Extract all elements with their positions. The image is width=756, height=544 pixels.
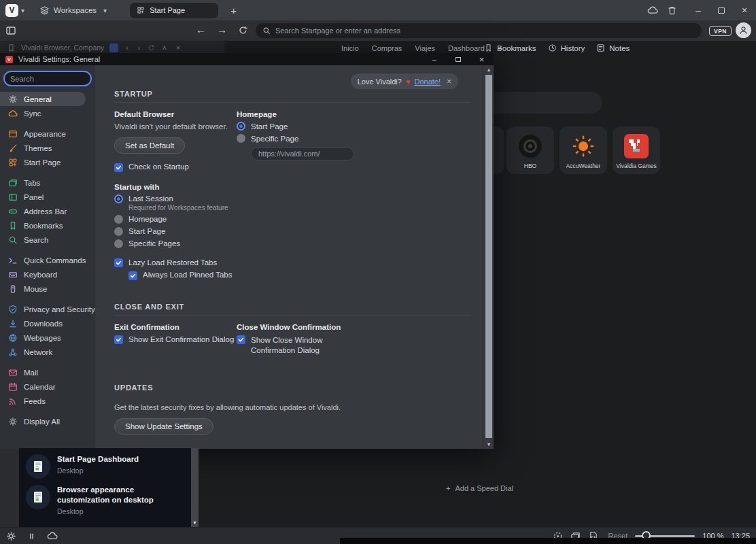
speed-dial-tile-hbo[interactable]: HBO [506, 126, 554, 174]
settings-nav-search[interactable]: Search [0, 233, 95, 247]
close-icon[interactable]: × [447, 77, 451, 86]
settings-nav-bookmarks[interactable]: Bookmarks [0, 218, 95, 233]
settings-minimize-button[interactable]: – [422, 53, 446, 65]
zoom-slider[interactable] [635, 535, 695, 537]
set-as-default-button[interactable]: Set as Default [114, 137, 185, 154]
notes-button[interactable]: Notes [596, 44, 630, 52]
startup-homepage-radio[interactable]: Homepage [114, 215, 470, 224]
show-update-settings-button[interactable]: Show Update Settings [114, 418, 213, 435]
chevron-down-icon[interactable]: ▾ [21, 7, 24, 14]
dial-group-inicio[interactable]: Inicio [341, 44, 359, 52]
panel-toggle-icon[interactable] [5, 25, 16, 36]
close-icon[interactable]: × [174, 44, 182, 52]
address-bar[interactable] [256, 23, 702, 38]
address-input[interactable] [275, 27, 695, 35]
chevron-down-icon: ▾ [103, 7, 107, 14]
add-speed-dial-button[interactable]: + Add a Speed Dial [446, 484, 513, 492]
settings-nav-keyboard[interactable]: Keyboard [0, 267, 95, 282]
close-window-confirmation-checkbox[interactable]: Show Close Window Confirmation Dialog [237, 335, 470, 356]
settings-search-box[interactable] [3, 71, 92, 86]
vivaldi-menu-button[interactable]: V [5, 4, 18, 17]
startup-last-session-radio[interactable]: Last Session [114, 194, 470, 203]
settings-sidebar: GeneralSyncAppearanceThemesStart PageTab… [0, 65, 95, 449]
help-item[interactable]: Browser appearance customization on desk… [26, 485, 184, 515]
dial-group-viajes[interactable]: Viajes [415, 44, 435, 52]
updates-description: Get the latest security fixes by allowin… [114, 403, 470, 411]
forward-button[interactable]: → [217, 22, 227, 37]
startpage-search-field[interactable] [484, 92, 602, 114]
dial-group-compras[interactable]: Compras [372, 44, 402, 52]
settings-gear-icon[interactable] [6, 531, 16, 541]
break-mode-pause-icon[interactable] [27, 531, 37, 541]
new-tab-button[interactable]: + [226, 5, 241, 16]
settings-nav-address-bar[interactable]: Address Bar [0, 204, 95, 218]
sync-cloud-icon[interactable] [47, 530, 58, 541]
trash-icon[interactable] [662, 5, 681, 16]
settings-nav-panel[interactable]: Panel [0, 190, 95, 204]
settings-nav-network[interactable]: Network [0, 345, 95, 359]
scrollbar-thumb[interactable] [485, 75, 492, 438]
homepage-start-page-radio[interactable]: Start Page [237, 122, 470, 131]
settings-scrollbar[interactable]: ▲ ▼ [483, 65, 494, 449]
mail-icon [8, 368, 18, 377]
startup-start-page-radio[interactable]: Start Page [114, 227, 470, 236]
next-match-button[interactable]: › [136, 44, 142, 52]
lazy-load-checkbox[interactable]: Lazy Load Restored Tabs [114, 258, 470, 268]
window-maximize-button[interactable] [710, 0, 733, 20]
scroll-up-icon[interactable]: ▲ [483, 67, 494, 72]
settings-nav-downloads[interactable]: Downloads [0, 316, 95, 330]
settings-nav-mouse[interactable]: Mouse [0, 282, 95, 296]
settings-nav-calendar[interactable]: Calendar [0, 379, 95, 394]
collapse-button[interactable]: ˄ [160, 44, 169, 52]
homepage-specific-page-radio[interactable]: Specific Page [237, 134, 470, 143]
history-button[interactable]: History [548, 44, 585, 52]
vivaldi-logo-icon: V [5, 56, 13, 63]
homepage-url-input[interactable] [251, 147, 354, 160]
settings-nav-start-page[interactable]: Start Page [0, 155, 95, 169]
settings-nav-mail[interactable]: Mail [0, 365, 95, 379]
help-item[interactable]: Start Page Dashboard Desktop [26, 454, 184, 479]
settings-nav-sync[interactable]: Sync [0, 106, 95, 120]
reload-icon[interactable] [148, 44, 155, 52]
tab-start-page[interactable]: Start Page [130, 3, 218, 18]
always-load-pinned-checkbox[interactable]: Always Load Pinned Tabs [128, 271, 470, 280]
exit-confirmation-checkbox[interactable]: Show Exit Confirmation Dialog [114, 335, 237, 345]
speed-dial-tile-accuweather[interactable]: AccuWeather [560, 126, 607, 174]
download-icon [8, 319, 18, 328]
workspaces-button[interactable]: Workspaces ▾ [35, 3, 111, 18]
profile-avatar[interactable] [736, 22, 751, 38]
reload-button[interactable] [238, 25, 248, 35]
check-on-startup-checkbox[interactable]: Check on Startup [114, 163, 237, 172]
settings-nav-display-all[interactable]: Display All [0, 414, 95, 428]
settings-nav-feeds[interactable]: Feeds [0, 394, 95, 408]
donate-link[interactable]: Donate! [414, 78, 441, 86]
back-button[interactable]: ← [196, 22, 206, 37]
dial-group-dashboard[interactable]: Dashboard [448, 44, 485, 52]
settings-nav: GeneralSyncAppearanceThemesStart PageTab… [0, 92, 95, 428]
settings-nav-tabs[interactable]: Tabs [0, 175, 95, 190]
sync-cloud-icon[interactable] [643, 5, 662, 16]
checkbox-checked-icon [128, 271, 137, 280]
settings-nav-quick-commands[interactable]: Quick Commands [0, 253, 95, 267]
settings-nav-general[interactable]: General [0, 92, 86, 106]
match-highlight-icon[interactable] [109, 44, 118, 52]
window-close-button[interactable]: × [733, 0, 756, 20]
addressbar-icon [8, 207, 18, 216]
previous-match-button[interactable]: ‹ [124, 44, 130, 52]
scroll-down-icon[interactable]: ▼ [191, 520, 199, 525]
speed-dial-tile-vivaldia-games[interactable]: Vivaldia Games [613, 126, 660, 174]
scroll-down-icon[interactable]: ▼ [483, 442, 494, 447]
settings-nav-themes[interactable]: Themes [0, 141, 95, 155]
window-minimize-button[interactable]: – [687, 0, 710, 20]
settings-close-button[interactable]: × [470, 53, 494, 65]
startup-specific-pages-radio[interactable]: Specific Pages [114, 239, 470, 248]
help-panel-scrollbar[interactable]: ▼ [191, 448, 199, 527]
settings-maximize-button[interactable] [446, 53, 470, 65]
settings-nav-appearance[interactable]: Appearance [0, 126, 95, 141]
bookmarks-button[interactable]: Bookmarks [484, 44, 536, 52]
panel-icon [8, 192, 18, 202]
settings-search-input[interactable] [10, 75, 85, 83]
settings-nav-webpages[interactable]: Webpages [0, 330, 95, 345]
settings-nav-privacy-and-security[interactable]: Privacy and Security [0, 302, 95, 316]
vpn-badge[interactable]: VPN [709, 26, 732, 36]
